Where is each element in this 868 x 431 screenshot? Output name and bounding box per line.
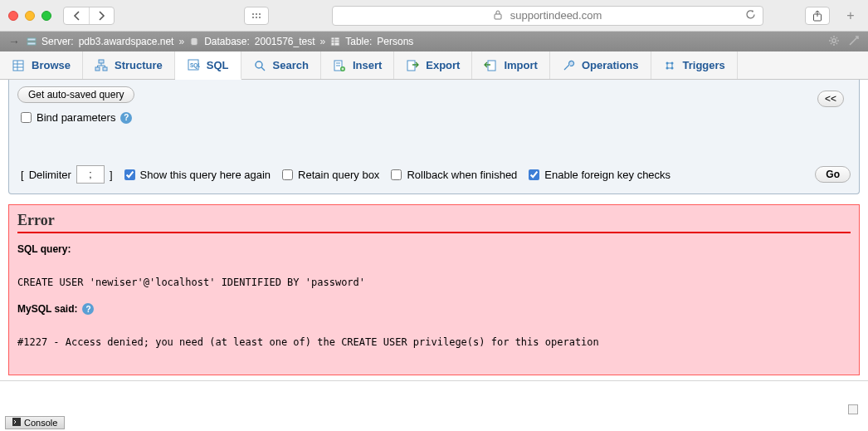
table-icon — [330, 37, 340, 47]
sql-query-label: SQL query: — [17, 243, 851, 255]
forward-button[interactable] — [89, 7, 114, 24]
svg-point-2 — [259, 13, 261, 15]
nav-back-forward — [63, 7, 115, 25]
console-icon — [12, 418, 21, 428]
reload-button[interactable] — [745, 9, 756, 22]
sql-query-text: CREATE USER 'newiser'@'localhost' IDENTI… — [17, 277, 851, 288]
option-label: Show this query here again — [140, 169, 271, 181]
query-options-panel: Get auto-saved query << Bind parameters … — [8, 80, 860, 194]
bind-params-checkbox[interactable] — [21, 112, 32, 123]
bracket-open: [ — [21, 169, 24, 181]
option-rollback[interactable]: Rollback when finished — [391, 169, 517, 181]
retain-box-checkbox[interactable] — [282, 169, 293, 180]
console-button[interactable]: Console — [5, 416, 65, 429]
exit-icon[interactable] — [848, 35, 860, 49]
svg-line-23 — [836, 37, 837, 38]
option-fk-checks[interactable]: Enable foreign key checks — [529, 169, 671, 181]
tab-triggers[interactable]: Triggers — [651, 51, 738, 79]
show-again-checkbox[interactable] — [124, 169, 135, 180]
delimiter-label: Delimiter — [29, 169, 71, 181]
browser-titlebar: supportindeed.com + — [0, 0, 868, 32]
table-label: Table: — [345, 36, 372, 47]
option-label: Enable foreign key checks — [544, 169, 671, 181]
error-heading: Error — [17, 212, 851, 233]
tab-search[interactable]: Search — [241, 51, 321, 79]
tab-label: Structure — [115, 59, 163, 71]
resize-handle-icon[interactable] — [848, 404, 858, 414]
apps-grid-button[interactable] — [244, 7, 269, 25]
sql-icon: SQL — [187, 58, 200, 71]
triggers-icon — [663, 59, 676, 72]
option-label: Retain query box — [298, 169, 379, 181]
share-button[interactable] — [805, 7, 830, 25]
svg-point-5 — [259, 17, 261, 18]
server-value[interactable]: pdb3.awardspace.net — [79, 36, 174, 47]
tab-label: Browse — [32, 59, 71, 71]
svg-rect-11 — [331, 37, 339, 46]
svg-line-21 — [836, 42, 837, 43]
delimiter-input[interactable] — [76, 165, 105, 184]
fk-checks-checkbox[interactable] — [529, 169, 539, 180]
search-icon — [253, 59, 266, 72]
insert-icon — [333, 59, 346, 72]
svg-rect-28 — [99, 60, 104, 63]
console-label: Console — [24, 418, 57, 428]
tab-insert[interactable]: Insert — [321, 51, 394, 79]
option-label: Rollback when finished — [407, 169, 517, 181]
address-bar[interactable]: supportindeed.com — [332, 6, 763, 26]
svg-text:SQL: SQL — [190, 62, 200, 69]
rollback-checkbox[interactable] — [391, 169, 402, 180]
tab-sql[interactable]: SQL SQL — [175, 51, 241, 80]
address-url: supportindeed.com — [507, 9, 602, 22]
tab-import[interactable]: Import — [472, 51, 549, 79]
tab-export[interactable]: Export — [394, 51, 472, 79]
window-controls — [8, 11, 51, 21]
svg-rect-30 — [103, 67, 107, 71]
tab-bar: Browse Structure SQL SQL Search Insert E… — [0, 51, 868, 80]
database-label: Database: — [204, 36, 250, 47]
svg-rect-9 — [27, 42, 36, 45]
lock-icon — [494, 10, 502, 22]
svg-point-0 — [252, 13, 254, 15]
window-close-button[interactable] — [8, 11, 18, 21]
tab-structure[interactable]: Structure — [83, 51, 175, 79]
get-autosaved-button[interactable]: Get auto-saved query — [17, 86, 134, 103]
tab-label: Insert — [353, 59, 382, 71]
collapse-button[interactable]: << — [817, 91, 844, 107]
browse-icon — [12, 59, 25, 72]
import-icon — [484, 59, 497, 72]
svg-rect-45 — [13, 419, 21, 426]
svg-point-3 — [252, 17, 254, 18]
help-icon[interactable]: ? — [120, 112, 132, 124]
back-button[interactable] — [64, 7, 89, 24]
table-value[interactable]: Persons — [377, 36, 413, 47]
mysql-error-message: #1227 - Access denied; you need (at leas… — [17, 336, 851, 348]
svg-line-22 — [831, 42, 831, 43]
server-label: Server: — [41, 36, 74, 47]
database-value[interactable]: 2001576_test — [255, 36, 315, 47]
option-retain-box[interactable]: Retain query box — [282, 169, 379, 181]
new-tab-button[interactable]: + — [841, 6, 860, 26]
window-minimize-button[interactable] — [25, 11, 35, 21]
svg-point-1 — [256, 13, 257, 15]
svg-rect-39 — [407, 61, 415, 71]
delimiter-group: [ Delimiter ] — [21, 165, 113, 184]
server-icon — [27, 37, 37, 47]
svg-line-34 — [261, 67, 265, 71]
window-maximize-button[interactable] — [41, 11, 51, 21]
nav-arrow-icon[interactable]: → — [8, 35, 20, 48]
breadcrumb-sep-2: » — [320, 36, 326, 47]
tab-operations[interactable]: Operations — [550, 51, 651, 79]
svg-rect-40 — [488, 61, 495, 71]
svg-point-15 — [832, 38, 836, 42]
help-icon[interactable]: ? — [82, 303, 94, 315]
error-panel: Error SQL query: CREATE USER 'newiser'@'… — [8, 204, 860, 375]
option-show-again[interactable]: Show this query here again — [124, 169, 271, 181]
bind-params-label: Bind parameters — [37, 111, 115, 124]
gear-icon[interactable] — [828, 35, 840, 49]
tab-browse[interactable]: Browse — [0, 51, 83, 79]
database-icon — [189, 37, 199, 47]
go-button[interactable]: Go — [815, 166, 851, 183]
tab-label: Import — [504, 59, 537, 71]
tab-label: SQL — [207, 59, 229, 71]
